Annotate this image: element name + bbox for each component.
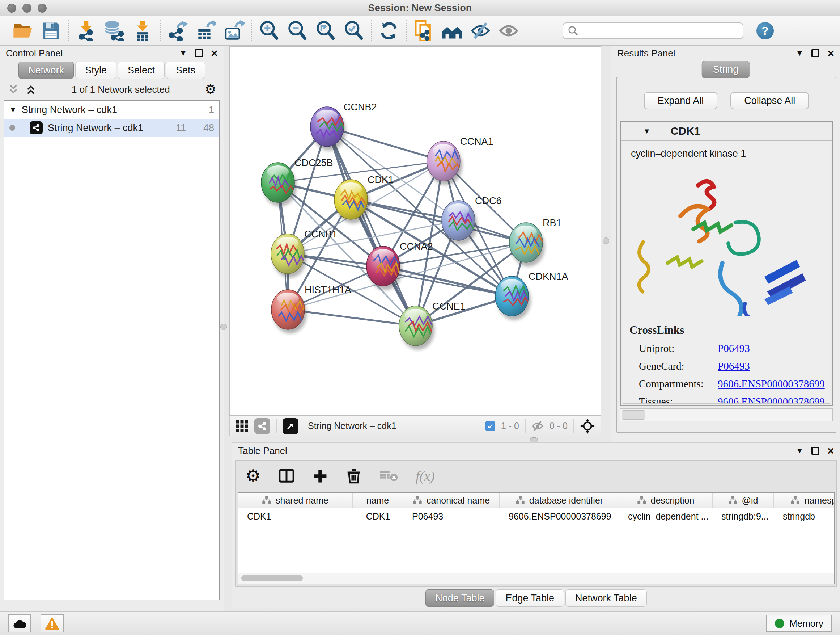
search-input[interactable] [582,26,738,36]
entry-collapse-icon[interactable]: ▼ [643,127,651,135]
birdseye-view-icon[interactable] [283,418,298,434]
table-cell[interactable]: CDK1 [238,508,353,524]
zoom-out-button[interactable] [283,19,311,43]
import-network-from-database-button[interactable] [100,19,128,43]
table-cell[interactable]: CDK1 [353,508,403,524]
scrollbar-thumb[interactable] [241,575,303,581]
close-window-icon[interactable] [7,4,16,13]
tab-edge-table[interactable]: Edge Table [496,589,564,607]
grid-view-icon[interactable] [235,420,248,432]
table-cell[interactable]: cyclin–dependent ... [619,508,713,524]
left-splitter-handle[interactable] [220,324,227,330]
crosslink-link[interactable]: P06493 [718,342,750,355]
panel-menu-icon[interactable]: ▼ [180,49,187,57]
scrollbar-thumb[interactable] [622,410,645,420]
tab-network[interactable]: Network [19,62,74,79]
import-network-from-file-button[interactable] [72,19,100,43]
table-cell[interactable]: stringdb:9... [713,508,774,524]
expand-all-button[interactable]: Expand All [644,92,718,109]
close-panel-icon[interactable]: × [827,48,834,59]
close-panel-icon[interactable]: × [211,48,218,59]
column-header-4[interactable]: description [619,493,713,508]
duplicate-network-button[interactable] [410,19,438,43]
tab-style[interactable]: Style [75,62,117,79]
crosslink-link[interactable]: 9606.ENSP00000378699 [718,396,825,404]
collection-expand-icon[interactable]: ▼ [9,106,17,114]
network-collection-row[interactable]: ▼ String Network – cdk1 1 [4,101,219,119]
help-button[interactable]: ? [756,22,774,40]
expand-all-icon[interactable] [25,83,37,96]
float-panel-icon[interactable] [812,49,819,57]
column-header-6[interactable]: namespace [774,493,835,508]
first-neighbors-button[interactable] [438,19,466,43]
network-node-CDC25B[interactable]: CDC25B [261,157,333,206]
search-field[interactable] [562,22,744,39]
tab-select[interactable]: Select [118,62,164,79]
close-panel-icon[interactable]: × [827,445,834,456]
panel-menu-icon[interactable]: ▼ [796,49,804,57]
network-node-CCNE1[interactable]: CCNE1 [399,301,466,350]
cloud-status-button[interactable] [8,614,31,632]
delete-column-icon[interactable] [346,468,362,485]
network-canvas[interactable]: CCNB2CCNA1CDC25BCDK1CDC6RB1CCNB1CCNA2CDK… [229,46,601,416]
edge-CCNE1-HIST1H1A[interactable] [288,310,416,326]
network-options-gear-icon[interactable]: ⚙ [205,83,216,96]
show-all-button[interactable] [494,19,523,43]
crosslink-link[interactable]: P06493 [718,360,750,372]
zoom-in-button[interactable] [255,19,283,43]
panel-menu-icon[interactable]: ▼ [796,447,804,455]
crosslink-link[interactable]: 9606.ENSP00000378699 [718,378,825,390]
zoom-selected-button[interactable] [340,19,368,43]
table-settings-gear-icon[interactable]: ⚙ [245,467,261,485]
export-network-button[interactable] [164,19,192,43]
add-column-icon[interactable] [312,468,328,484]
traffic-lights[interactable] [7,4,47,13]
column-header-3[interactable]: database identifier [500,493,619,508]
hide-selected-button[interactable] [466,19,494,43]
network-node-CCNB2[interactable]: CCNB2 [310,102,377,150]
import-table-from-file-button[interactable] [128,19,156,43]
tab-network-table[interactable]: Network Table [565,589,647,607]
export-image-button[interactable] [220,19,248,43]
column-header-2[interactable]: canonical name [403,493,500,508]
network-share-view-icon[interactable] [254,418,270,434]
network-node-CDK1[interactable]: CDK1 [334,174,393,223]
entry-header[interactable]: ▼ CDK1 [621,122,832,141]
table-cell[interactable]: 9606.ENSP00000378699 [500,508,619,524]
tab-sets[interactable]: Sets [166,62,205,79]
network-node-RB1[interactable]: RB1 [509,218,562,266]
maximize-window-icon[interactable] [38,4,47,13]
tab-node-table[interactable]: Node Table [425,589,494,607]
save-session-button[interactable] [37,19,65,43]
network-node-CDKN1A[interactable]: CDKN1A [495,271,568,320]
network-node-CDC6[interactable]: CDC6 [442,195,502,244]
column-header-5[interactable]: @id [713,493,774,508]
column-header-0[interactable]: shared name [238,493,353,508]
selected-checkbox[interactable] [485,421,495,431]
edge-CCNB2-CCNE1[interactable] [327,127,416,326]
network-node-HIST1H1A[interactable]: HIST1H1A [271,285,351,333]
refresh-button[interactable] [375,19,403,43]
network-row[interactable]: String Network – cdk1 11 48 [4,119,219,137]
export-table-button[interactable] [192,19,220,43]
results-horizontal-scrollbar[interactable] [620,409,833,421]
minimize-window-icon[interactable] [22,4,32,13]
warning-status-button[interactable] [41,614,64,632]
network-node-CCNB1[interactable]: CCNB1 [271,229,338,278]
column-header-1[interactable]: name [353,493,403,508]
float-panel-icon[interactable] [195,49,203,57]
memory-button[interactable]: Memory [766,615,832,632]
table-cell[interactable]: stringdb [774,508,835,524]
tab-string[interactable]: String [702,61,750,78]
show-columns-icon[interactable] [278,468,295,485]
fit-selected-crosshair-icon[interactable] [580,418,595,434]
right-splitter-handle[interactable] [603,238,609,244]
table-horizontal-scrollbar[interactable] [238,573,834,584]
table-row[interactable]: CDK1CDK1P064939606.ENSP00000378699cyclin… [238,508,834,525]
open-session-button[interactable] [9,19,37,43]
zoom-fit-button[interactable] [311,19,340,43]
network-graph[interactable]: CCNB2CCNA1CDC25BCDK1CDC6RB1CCNB1CCNA2CDK… [230,47,601,415]
collapse-all-icon[interactable] [7,83,19,96]
bottom-splitter-handle[interactable] [530,437,538,442]
collapse-all-button[interactable]: Collapse All [730,92,809,109]
